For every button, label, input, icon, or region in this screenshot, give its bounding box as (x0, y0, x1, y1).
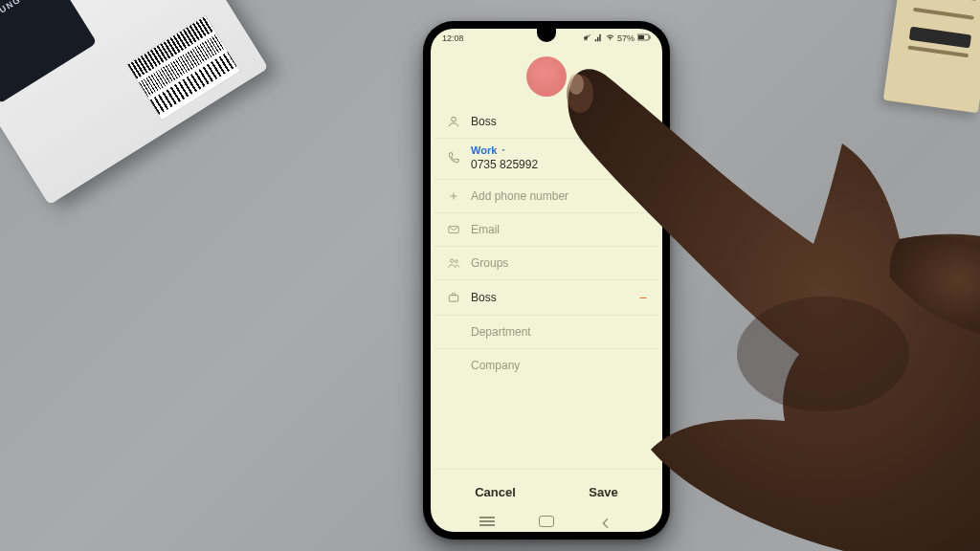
signal-icon (594, 33, 603, 44)
svg-rect-1 (638, 35, 644, 39)
plus-icon (446, 190, 461, 202)
svg-point-5 (455, 260, 457, 263)
email-placeholder: Email (471, 223, 647, 236)
phone-device: 12:08 57% (423, 21, 670, 540)
wifi-icon (606, 33, 614, 44)
phone-screen: 12:08 57% (431, 29, 662, 532)
department-row[interactable]: Department (434, 316, 658, 349)
cancel-button[interactable]: Cancel (457, 479, 533, 505)
chevron-down-icon (500, 144, 507, 156)
mute-icon (583, 33, 591, 44)
name-row[interactable]: Boss (434, 105, 658, 139)
status-time: 12:08 (442, 33, 464, 43)
groups-placeholder: Groups (471, 256, 647, 270)
phone-row[interactable]: Work 0735 825992 (434, 139, 658, 180)
groups-icon (446, 256, 461, 270)
svg-rect-2 (650, 36, 651, 39)
phone-type-dropdown[interactable]: Work (471, 144, 647, 156)
profile-photo-area[interactable] (431, 48, 662, 105)
company-row[interactable]: Company (434, 349, 658, 382)
bottom-action-bar: Cancel Save (431, 469, 662, 511)
name-field[interactable]: Boss (471, 115, 647, 128)
phone-icon (446, 151, 461, 165)
add-phone-label: Add phone number (471, 189, 647, 203)
briefcase-icon (446, 291, 461, 304)
wooden-block (883, 0, 980, 113)
contact-form: Boss Work 0735 825992 (431, 105, 662, 469)
remove-work-button[interactable]: − (639, 290, 647, 305)
department-placeholder: Department (471, 325, 647, 339)
add-phone-row[interactable]: Add phone number (434, 180, 658, 213)
phone-type-label: Work (471, 144, 497, 156)
battery-text: 57% (617, 33, 635, 43)
work-title-row[interactable]: Boss − (434, 280, 658, 316)
company-placeholder: Company (471, 359, 647, 372)
touch-indicator (526, 56, 567, 97)
battery-icon (637, 33, 651, 43)
nav-recent-button[interactable] (479, 516, 495, 527)
nav-back-button[interactable] (598, 516, 613, 527)
email-row[interactable]: Email (434, 213, 658, 247)
nav-home-button[interactable] (539, 516, 554, 527)
groups-row[interactable]: Groups (434, 247, 658, 280)
person-icon (446, 115, 461, 128)
navigation-bar (431, 511, 662, 532)
svg-rect-6 (449, 296, 457, 301)
work-title-field[interactable]: Boss (471, 291, 630, 304)
email-icon (446, 223, 461, 236)
phone-field[interactable]: 0735 825992 (471, 158, 647, 171)
save-button[interactable]: Save (571, 479, 635, 505)
svg-point-4 (451, 259, 455, 263)
